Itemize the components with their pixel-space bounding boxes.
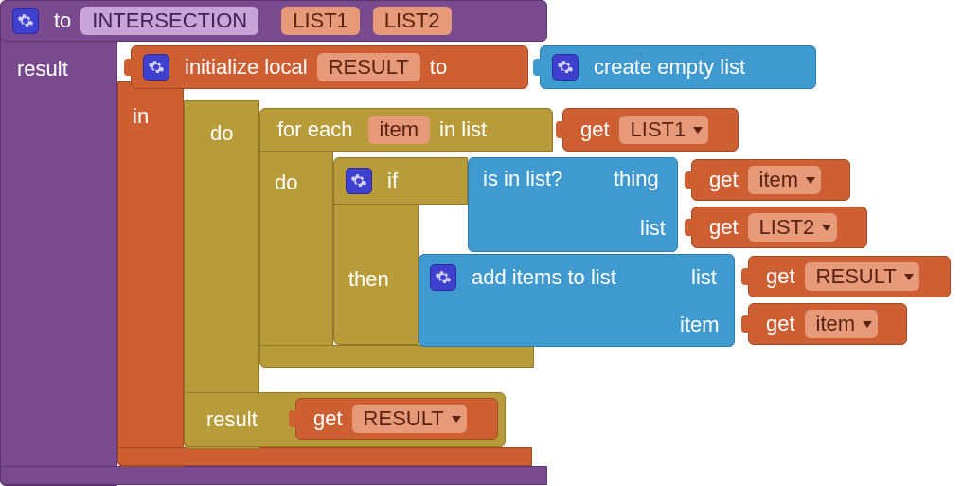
create-empty-list-block[interactable]: create empty list bbox=[540, 45, 816, 89]
chevron-down-icon bbox=[822, 225, 831, 231]
get-keyword: get bbox=[313, 406, 343, 431]
gear-icon[interactable] bbox=[430, 264, 456, 291]
get-keyword: get bbox=[580, 117, 610, 142]
add-items-header[interactable]: add items to list bbox=[419, 254, 657, 301]
initialize-local-label: initialize local bbox=[185, 55, 308, 80]
get-keyword: get bbox=[766, 312, 795, 336]
get-list1-block[interactable]: get LIST1 bbox=[562, 108, 739, 152]
get-result-list-block[interactable]: get RESULT bbox=[748, 256, 951, 297]
if-block[interactable]: if bbox=[333, 157, 468, 205]
procedure-result-keyword: result bbox=[17, 57, 68, 81]
procedure-body-rail bbox=[0, 34, 117, 486]
chevron-down-icon bbox=[904, 274, 914, 280]
var-item-dropdown[interactable]: item bbox=[805, 310, 879, 338]
chevron-down-icon bbox=[806, 177, 815, 184]
init-local-bottom-rail bbox=[117, 447, 532, 466]
procedure-header[interactable]: to INTERSECTION LIST1 LIST2 bbox=[0, 0, 547, 42]
get-list2-block[interactable]: get LIST2 bbox=[691, 207, 867, 248]
to-keyword: to bbox=[54, 9, 71, 33]
get-item-additem-block[interactable]: get item bbox=[748, 303, 907, 345]
get-result-return-block[interactable]: get RESULT bbox=[295, 398, 498, 440]
chevron-down-icon bbox=[452, 416, 461, 423]
item-keyword: item bbox=[680, 313, 720, 337]
do-keyword: do bbox=[275, 171, 297, 195]
procedure-bottom-rail bbox=[0, 466, 547, 485]
param-list2-chip[interactable]: LIST2 bbox=[373, 7, 452, 35]
if-keyword: if bbox=[387, 169, 398, 193]
for-each-block[interactable]: for each item in list bbox=[259, 108, 553, 152]
param-list1-chip[interactable]: LIST1 bbox=[281, 7, 360, 35]
foreach-bottom-rail bbox=[259, 345, 534, 368]
var-result-dropdown[interactable]: RESULT bbox=[352, 405, 467, 433]
then-keyword: then bbox=[348, 267, 389, 292]
list-keyword: list bbox=[691, 265, 717, 290]
chevron-down-icon bbox=[693, 127, 703, 134]
to-keyword: to bbox=[430, 55, 447, 80]
local-var-result-chip[interactable]: RESULT bbox=[317, 53, 420, 81]
create-empty-list-label: create empty list bbox=[594, 55, 745, 80]
var-list2-dropdown[interactable]: LIST2 bbox=[748, 213, 838, 242]
chevron-down-icon bbox=[863, 321, 872, 328]
in-list-keyword: in list bbox=[439, 117, 487, 142]
var-result-dropdown[interactable]: RESULT bbox=[805, 262, 919, 291]
list-keyword: list bbox=[640, 216, 666, 241]
procedure-name-chip[interactable]: INTERSECTION bbox=[80, 7, 258, 35]
gear-icon[interactable] bbox=[346, 168, 372, 194]
get-keyword: get bbox=[766, 264, 795, 289]
get-keyword: get bbox=[709, 168, 739, 192]
thing-keyword: thing bbox=[614, 167, 659, 191]
var-item-dropdown[interactable]: item bbox=[748, 166, 822, 194]
get-item-thing-block[interactable]: get item bbox=[691, 159, 850, 201]
gear-icon[interactable] bbox=[12, 8, 39, 34]
result-keyword: result bbox=[206, 407, 258, 432]
in-keyword: in bbox=[133, 104, 149, 129]
gear-icon[interactable] bbox=[143, 54, 169, 81]
add-items-label: add items to list bbox=[472, 265, 616, 290]
foreach-var-chip[interactable]: item bbox=[368, 116, 431, 144]
initialize-local-block[interactable]: initialize local RESULT to bbox=[131, 45, 528, 89]
init-local-rail bbox=[117, 81, 184, 467]
do-keyword-outer: do bbox=[210, 121, 233, 146]
is-in-list-label: is in list? bbox=[483, 167, 562, 191]
for-each-label: for each bbox=[277, 117, 353, 142]
gear-icon[interactable] bbox=[552, 54, 579, 81]
get-keyword: get bbox=[709, 215, 739, 240]
var-list1-dropdown[interactable]: LIST1 bbox=[619, 116, 709, 144]
